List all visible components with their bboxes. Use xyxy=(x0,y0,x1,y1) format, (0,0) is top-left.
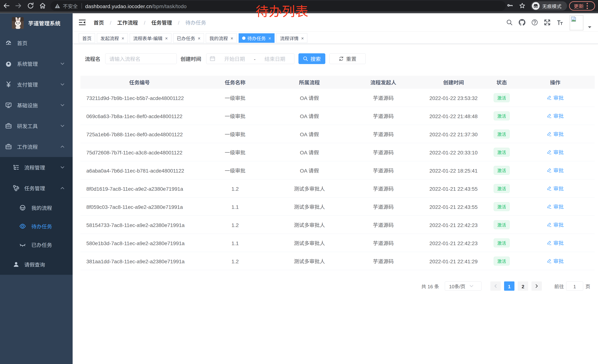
header-search-button[interactable] xyxy=(506,19,513,26)
pagination: 共 16 条 10条/页 1 2 前往 1 页 xyxy=(422,281,590,291)
approve-link[interactable]: 审批 xyxy=(547,239,564,246)
breadcrumb-workflow: 工作流程 xyxy=(117,19,138,26)
tag-my-process[interactable]: 我的流程× xyxy=(206,33,237,43)
date-range-picker[interactable]: 开始日期 - 结束日期 xyxy=(206,53,294,64)
cell-task-name: 1.1 xyxy=(199,239,272,247)
browser-update-button[interactable]: 更新 xyxy=(569,1,595,11)
password-manager-button[interactable] xyxy=(506,1,514,10)
breadcrumb-home[interactable]: 首页 xyxy=(93,19,104,26)
next-page-button[interactable] xyxy=(532,281,542,291)
main-area: 首页 / 工作流程 / 任务管理 / 待办任务 xyxy=(73,13,598,364)
sidebar-collapse-button[interactable] xyxy=(79,19,86,26)
table-row: 75d72608-7b7f-11ec-a3c8-acde48001122 一级审… xyxy=(80,143,595,161)
search-icon xyxy=(303,56,308,61)
cell-starter: 芋道源码 xyxy=(347,148,419,156)
hamburger-icon xyxy=(79,19,86,25)
cell-status: 激活 xyxy=(488,220,516,229)
approve-link[interactable]: 审批 xyxy=(547,221,564,228)
sidebar-logo[interactable]: 芋道管理系统 xyxy=(0,13,73,32)
col-header-starter: 流程发起人 xyxy=(347,79,419,86)
approve-link[interactable]: 审批 xyxy=(547,203,564,210)
edit-pencil-icon xyxy=(547,240,551,245)
cell-starter: 芋道源码 xyxy=(347,221,419,228)
approve-link[interactable]: 审批 xyxy=(547,257,564,265)
tag-process-detail[interactable]: 流程详情× xyxy=(276,33,307,43)
sidebar-item-my-process[interactable]: 我的流程 xyxy=(0,198,73,217)
page-button-2[interactable]: 2 xyxy=(518,281,528,291)
sidebar-item-payment[interactable]: 支付管理 xyxy=(0,74,73,95)
fullscreen-button[interactable] xyxy=(544,19,551,26)
cell-action: 审批 xyxy=(516,203,595,210)
table-row: 725a1eb6-7b88-11ec-8ef0-acde48001122 一级审… xyxy=(80,125,595,143)
tag-todo-tasks[interactable]: 待办任务× xyxy=(239,33,275,43)
cell-task-name: 1.2 xyxy=(199,185,272,192)
bookmark-button[interactable] xyxy=(518,1,526,10)
reload-icon xyxy=(27,2,34,9)
user-avatar[interactable] xyxy=(570,15,583,30)
goto-page-input[interactable]: 1 xyxy=(566,281,583,291)
approve-link[interactable]: 审批 xyxy=(547,148,564,156)
sidebar-item-process-mgmt[interactable]: 流程管理 xyxy=(0,157,73,178)
chevron-up-icon xyxy=(60,145,65,148)
sidebar-item-todo-tasks[interactable]: 待办任务 xyxy=(0,217,73,235)
cell-status: 激活 xyxy=(488,93,516,102)
prev-page-button[interactable] xyxy=(490,281,501,291)
browser-reload-button[interactable] xyxy=(26,1,35,10)
browser-back-button[interactable] xyxy=(2,1,11,10)
status-badge: 激活 xyxy=(494,148,510,157)
close-icon[interactable]: × xyxy=(301,36,304,40)
page-button-1[interactable]: 1 xyxy=(504,281,515,291)
pagination-total: 共 16 条 xyxy=(422,283,439,290)
page-size-select[interactable]: 10条/页 xyxy=(445,281,482,291)
cell-task-name: 一级审批 xyxy=(199,130,272,138)
tag-form-edit[interactable]: 流程表单-编辑× xyxy=(130,33,171,43)
cell-status: 激活 xyxy=(488,129,516,138)
start-date-input[interactable]: 开始日期 xyxy=(215,55,254,62)
sidebar-item-task-mgmt[interactable]: 任务管理 xyxy=(0,178,73,198)
approve-link[interactable]: 审批 xyxy=(547,112,564,119)
sidebar-item-workflow[interactable]: 工作流程 xyxy=(0,136,73,157)
approve-link[interactable]: 审批 xyxy=(547,166,564,174)
browser-home-button[interactable] xyxy=(38,1,47,10)
yen-icon xyxy=(5,81,12,88)
font-size-button[interactable] xyxy=(556,19,563,26)
tags-view-bar: 首页 发起流程× 流程表单-编辑× 已办任务× 我的流程× 待办任务× 流程详情… xyxy=(73,31,598,44)
close-icon[interactable]: × xyxy=(268,36,271,40)
cell-task-id: 580e1b3d-7ac8-11ec-a9e2-a2380e71991a xyxy=(80,239,199,247)
caret-down-icon[interactable] xyxy=(588,26,592,29)
approve-link[interactable]: 审批 xyxy=(547,185,564,192)
kebab-menu-icon[interactable] xyxy=(586,3,588,9)
close-icon[interactable]: × xyxy=(165,36,168,40)
search-button[interactable]: 搜索 xyxy=(299,53,325,64)
tag-home[interactable]: 首页 xyxy=(79,33,95,43)
close-icon[interactable]: × xyxy=(122,36,124,40)
sidebar-item-devtools[interactable]: 研发工具 xyxy=(0,115,73,136)
tag-start-process[interactable]: 发起流程× xyxy=(97,33,128,43)
process-name-input[interactable]: 请输入流程名 xyxy=(105,53,177,64)
dashboard-icon xyxy=(5,40,12,46)
breadcrumb-current: 待办任务 xyxy=(185,19,206,26)
cell-created: 2022-01-22 21:37:30 xyxy=(419,130,488,138)
reset-button[interactable]: 重置 xyxy=(329,53,366,64)
cell-task-name: 一级审批 xyxy=(199,94,272,101)
close-icon[interactable]: × xyxy=(231,36,233,40)
end-date-input[interactable]: 结束日期 xyxy=(256,55,294,62)
close-icon[interactable]: × xyxy=(198,36,201,40)
sidebar-item-system[interactable]: 系统管理 xyxy=(0,53,73,74)
github-link[interactable] xyxy=(519,19,525,26)
cell-action: 审批 xyxy=(516,185,595,192)
annotation-overlay-text: 待办列表 xyxy=(256,3,308,18)
cell-created: 2022-01-21 22:42:23 xyxy=(419,221,488,228)
approve-link[interactable]: 审批 xyxy=(547,94,564,101)
sidebar-item-done-tasks[interactable]: 已办任务 xyxy=(0,235,73,254)
tag-done-tasks[interactable]: 已办任务× xyxy=(173,33,204,43)
sidebar-item-infra[interactable]: 基础设施 xyxy=(0,95,73,115)
browser-forward-button[interactable] xyxy=(14,1,23,10)
cell-task-name: 1.2 xyxy=(199,257,272,265)
sidebar-item-home[interactable]: 首页 xyxy=(0,32,73,53)
cell-created: 2022-01-22 20:33:10 xyxy=(419,148,488,156)
help-button[interactable] xyxy=(531,19,538,26)
sidebar-item-leave-query[interactable]: 请假查询 xyxy=(0,254,73,275)
cell-process: OA 请假 xyxy=(272,94,347,101)
approve-link[interactable]: 审批 xyxy=(547,130,564,138)
